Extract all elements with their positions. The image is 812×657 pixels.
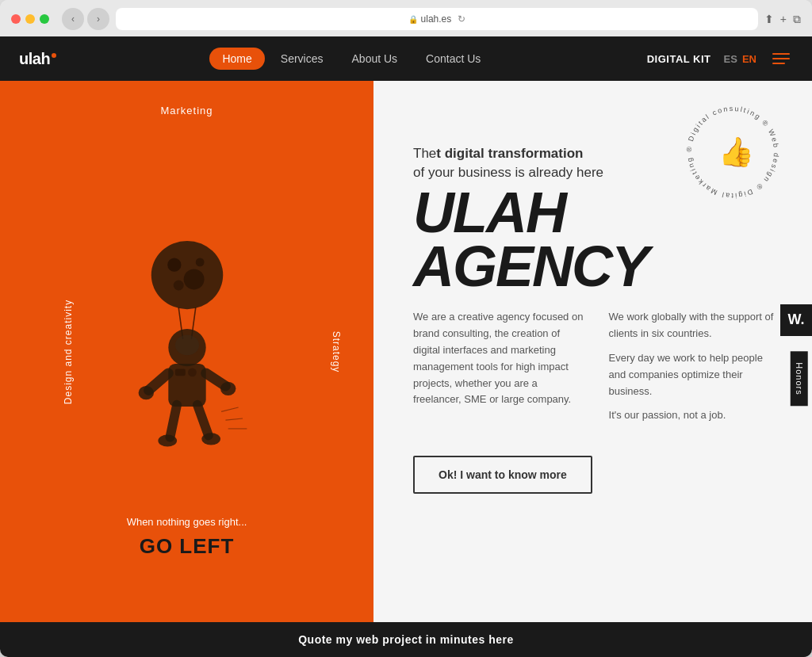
w-badge[interactable]: W. bbox=[780, 304, 812, 336]
svg-point-2 bbox=[183, 269, 204, 289]
desc-text-1: We are a creative agency focused on bran… bbox=[413, 309, 584, 408]
browser-window: ‹ › 🔒 ulah.es ↻ ⬆ + ⧉ ulah Home bbox=[0, 0, 812, 657]
svg-line-20 bbox=[221, 407, 239, 411]
nav-contact[interactable]: Contact Us bbox=[413, 48, 493, 70]
nav-home[interactable]: Home bbox=[209, 48, 264, 70]
browser-dots bbox=[11, 14, 49, 24]
astronaut-illustration bbox=[100, 241, 274, 463]
strategy-text: Strategy bbox=[331, 330, 343, 372]
refresh-icon[interactable]: ↻ bbox=[458, 13, 465, 25]
close-dot[interactable] bbox=[11, 14, 21, 24]
share-button[interactable]: ⬆ bbox=[764, 13, 774, 25]
svg-rect-10 bbox=[174, 369, 185, 376]
nav-about[interactable]: About Us bbox=[339, 48, 411, 70]
hero-subtitle-line2: of your business is already here bbox=[413, 165, 603, 180]
logo[interactable]: ulah bbox=[19, 50, 56, 68]
bottom-section: When nothing goes right... GO LEFT bbox=[127, 516, 247, 559]
hero-subtitle-normal: The bbox=[413, 146, 436, 161]
back-button[interactable]: ‹ bbox=[62, 8, 84, 30]
desc-text-2a: We work globally with the support of cli… bbox=[609, 309, 780, 342]
design-creativity-text: Design and creativity bbox=[63, 299, 74, 403]
svg-point-3 bbox=[173, 280, 183, 290]
lang-switcher: ES EN bbox=[724, 53, 756, 65]
hamburger-line-1 bbox=[772, 53, 790, 55]
copy-button[interactable]: ⧉ bbox=[793, 13, 801, 26]
svg-point-13 bbox=[138, 386, 153, 399]
desc-text-2b: Every day we work to help people and com… bbox=[609, 350, 780, 399]
browser-chrome: ‹ › 🔒 ulah.es ↻ ⬆ + ⧉ bbox=[0, 0, 812, 36]
logo-text: ulah bbox=[19, 50, 50, 68]
svg-point-15 bbox=[220, 381, 236, 395]
circular-text-svg: ® Digital consulting ® Web design ® Digi… bbox=[677, 97, 788, 208]
main-content: Design and creativity Marketing Strategy bbox=[0, 81, 812, 622]
honors-tab[interactable]: Honors bbox=[790, 351, 807, 406]
circular-badge: ® Digital consulting ® Web design ® Digi… bbox=[677, 97, 788, 208]
svg-point-17 bbox=[158, 434, 177, 446]
desc-col-1: We are a creative agency focused on bran… bbox=[413, 309, 584, 424]
svg-line-21 bbox=[225, 418, 243, 420]
hamburger-menu[interactable] bbox=[769, 50, 793, 67]
navbar: ulah Home Services About Us Contact Us D… bbox=[0, 36, 812, 81]
hero-title-line2: AGENCY bbox=[413, 239, 780, 293]
lang-es[interactable]: ES bbox=[724, 53, 737, 65]
left-panel: Design and creativity Marketing Strategy bbox=[0, 81, 373, 622]
go-left-text: GO LEFT bbox=[127, 534, 247, 559]
desc-text-2c: It's our passion, not a job. bbox=[609, 407, 780, 424]
svg-point-8 bbox=[174, 334, 198, 355]
right-panel: ® Digital consulting ® Web design ® Digi… bbox=[373, 81, 812, 622]
svg-line-18 bbox=[197, 404, 208, 435]
svg-line-12 bbox=[148, 372, 168, 390]
thumbs-up-icon: 👍 bbox=[718, 135, 754, 169]
website: ulah Home Services About Us Contact Us D… bbox=[0, 36, 812, 657]
tagline-text: When nothing goes right... bbox=[127, 516, 247, 528]
svg-point-1 bbox=[167, 258, 181, 271]
astronaut-svg bbox=[100, 241, 274, 463]
nav-right: DIGITAL KIT ES EN bbox=[647, 50, 793, 67]
svg-line-16 bbox=[170, 404, 177, 437]
cta-button[interactable]: Ok! I want to know more bbox=[413, 456, 592, 494]
footer-text: Quote my web project in minutes here bbox=[298, 633, 514, 646]
nav-services[interactable]: Services bbox=[268, 48, 336, 70]
minimize-dot[interactable] bbox=[25, 14, 35, 24]
browser-actions: ⬆ + ⧉ bbox=[764, 13, 801, 26]
address-bar[interactable]: 🔒 ulah.es ↻ bbox=[116, 8, 758, 30]
svg-point-4 bbox=[195, 258, 204, 266]
lock-icon: 🔒 bbox=[408, 15, 418, 24]
lang-en[interactable]: EN bbox=[742, 53, 756, 65]
svg-point-11 bbox=[188, 368, 197, 376]
maximize-dot[interactable] bbox=[40, 14, 49, 24]
forward-button[interactable]: › bbox=[87, 8, 109, 30]
url-text: ulah.es bbox=[421, 13, 452, 25]
hero-subtitle-bold: t digital transformation bbox=[436, 146, 583, 161]
logo-dot bbox=[52, 53, 56, 58]
honors-label: Honors bbox=[794, 362, 803, 395]
svg-point-19 bbox=[201, 433, 220, 445]
digital-kit-label[interactable]: DIGITAL KIT bbox=[647, 53, 711, 65]
svg-rect-9 bbox=[168, 364, 205, 407]
w-label: W. bbox=[787, 311, 804, 328]
new-tab-button[interactable]: + bbox=[780, 13, 787, 25]
marketing-text: Marketing bbox=[160, 105, 213, 117]
hero-description: We are a creative agency focused on bran… bbox=[413, 309, 780, 424]
desc-col-2: We work globally with the support of cli… bbox=[609, 309, 780, 424]
nav-links: Home Services About Us Contact Us bbox=[209, 48, 493, 70]
footer-bar[interactable]: Quote my web project in minutes here bbox=[0, 622, 812, 657]
hamburger-line-3 bbox=[772, 63, 785, 64]
hamburger-line-2 bbox=[772, 58, 790, 59]
